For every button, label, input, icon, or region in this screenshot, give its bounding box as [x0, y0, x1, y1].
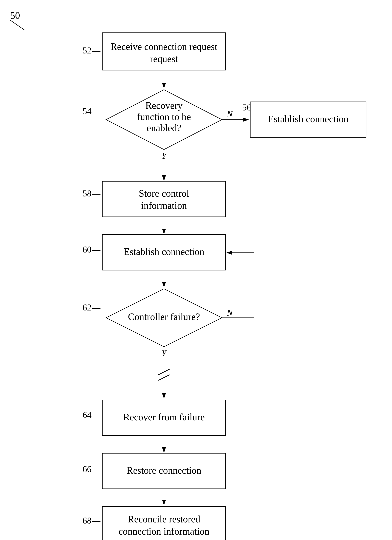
ref-60: 60: [83, 245, 92, 254]
ref-56: 56: [242, 102, 251, 112]
box-store-control: [102, 181, 225, 217]
ref-64: 64: [83, 410, 92, 420]
label-yes-62: Y: [162, 349, 167, 358]
ref-54: 54: [83, 106, 92, 116]
text-reconcile1: Reconcile restored: [128, 514, 200, 525]
text-recovery3: enabled?: [147, 123, 181, 133]
text-recover: Recover from failure: [123, 412, 205, 422]
text-recovery1: Recovery: [145, 100, 182, 111]
label-no-62: N: [227, 308, 233, 318]
text-receive-connection: Receive connection request: [111, 41, 217, 52]
svg-line-10: [158, 375, 170, 380]
text-establish-right: Establish connection: [268, 114, 348, 124]
text-store1: Store control: [139, 188, 189, 199]
text-store2: information: [141, 200, 187, 211]
text-establish-main: Establish connection: [124, 246, 204, 257]
text-receive-connection2: request: [150, 54, 178, 64]
ref-66: 66: [83, 464, 92, 474]
text-reconcile2: connection information: [119, 526, 210, 537]
ref-58: 58: [83, 188, 92, 198]
flowchart-diagram: 50 52 Receive connection request request…: [0, 0, 392, 540]
svg-line-2: [10, 20, 24, 30]
text-recovery2: function to be: [137, 111, 191, 122]
label-yes-54: Y: [162, 151, 167, 160]
text-controller: Controller failure?: [128, 311, 200, 322]
ref-52: 52: [83, 45, 92, 55]
ref-68: 68: [83, 515, 92, 525]
text-restore: Restore connection: [127, 465, 201, 476]
diagram-number: 50: [10, 10, 20, 21]
ref-62: 62: [83, 302, 92, 312]
label-no-54: N: [227, 109, 233, 119]
